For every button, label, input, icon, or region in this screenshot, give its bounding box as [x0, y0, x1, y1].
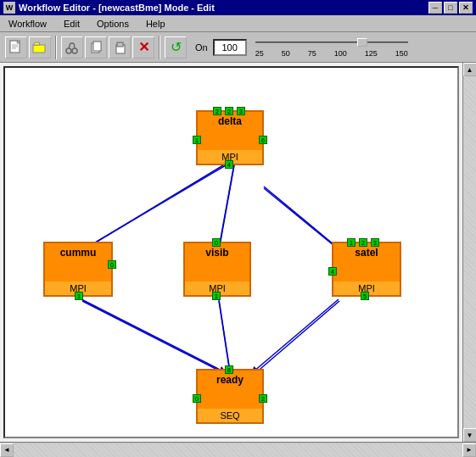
refresh-button[interactable]: ↺ [165, 36, 187, 59]
zoom-slider-container: 25 50 75 100 125 150 [255, 37, 408, 58]
tick-75: 75 [308, 49, 316, 58]
node-cummu-label: cummu [59, 243, 98, 260]
port-delta-top-2[interactable]: 2 [225, 107, 233, 115]
port-ready-right[interactable]: 2 [259, 394, 267, 403]
port-satel-top-3[interactable]: 3 [371, 238, 379, 247]
port-cummu-bottom[interactable]: 1 [75, 292, 83, 300]
port-delta-bottom[interactable]: 4 [225, 160, 233, 169]
port-visib-top[interactable]: 0 [212, 238, 221, 247]
toolbar-separator-1 [55, 36, 57, 59]
node-visib[interactable]: 0 1 visib MPI [183, 242, 251, 297]
svg-line-15 [82, 165, 226, 250]
port-delta-top-3[interactable]: 3 [237, 107, 245, 115]
slider-line [255, 42, 408, 43]
port-ready-top[interactable]: 8 [225, 365, 233, 374]
svg-line-22 [219, 164, 234, 248]
tick-125: 125 [365, 49, 378, 58]
svg-line-8 [69, 43, 70, 48]
svg-line-21 [86, 164, 226, 248]
toolbar-separator-2 [159, 36, 160, 59]
on-input[interactable] [213, 39, 247, 56]
svg-line-19 [219, 301, 230, 373]
main-area: 2 2 3 1 6 4 delta MPI 0 1 cummu MPI 0 1 [0, 63, 476, 442]
svg-point-7 [72, 48, 77, 53]
port-satel-top-1[interactable]: 1 [347, 238, 356, 247]
svg-line-20 [255, 301, 339, 373]
svg-line-26 [254, 299, 339, 371]
scroll-track-right[interactable] [463, 76, 477, 428]
scroll-track-bottom[interactable] [14, 443, 462, 457]
zoom-slider-track[interactable] [255, 37, 408, 47]
bottom-scrollbar: ◄ ► [0, 442, 476, 457]
port-delta-right[interactable]: 6 [259, 136, 267, 144]
svg-line-17 [264, 188, 339, 250]
node-satel[interactable]: 1 2 3 4 5 satel MPI [332, 242, 401, 297]
slider-thumb[interactable] [357, 38, 367, 47]
close-button[interactable]: ✕ [459, 2, 473, 14]
copy-button[interactable] [85, 36, 107, 59]
svg-line-23 [264, 187, 339, 248]
port-delta-top-1[interactable]: 2 [213, 107, 221, 115]
node-ready-type: SEQ [198, 409, 262, 422]
maximize-button[interactable]: □ [444, 2, 457, 14]
port-ready-left[interactable]: 0 [193, 394, 201, 403]
port-delta-left[interactable]: 1 [193, 136, 201, 144]
scroll-down-button[interactable]: ▼ [463, 428, 477, 442]
canvas-area[interactable]: 2 2 3 1 6 4 delta MPI 0 1 cummu MPI 0 1 [3, 66, 459, 438]
svg-rect-12 [93, 42, 101, 51]
app-icon: W [3, 2, 15, 14]
svg-point-6 [66, 48, 71, 53]
node-ready[interactable]: 8 0 2 ready SEQ [196, 369, 264, 424]
svg-line-25 [219, 299, 230, 371]
port-satel-top-2[interactable]: 2 [359, 238, 367, 247]
svg-line-18 [82, 301, 224, 373]
node-cummu[interactable]: 0 1 cummu MPI [43, 242, 113, 297]
svg-rect-5 [33, 45, 45, 53]
tick-25: 25 [255, 49, 264, 58]
svg-line-16 [219, 165, 234, 250]
delete-button[interactable]: ✕ [132, 36, 154, 59]
open-button[interactable] [29, 36, 51, 59]
port-satel-bottom[interactable]: 5 [361, 292, 369, 300]
right-scrollbar: ▲ ▼ [462, 63, 476, 442]
tick-100: 100 [334, 49, 347, 58]
menu-options[interactable]: Options [92, 17, 134, 31]
scroll-left-button[interactable]: ◄ [0, 443, 14, 457]
node-delta[interactable]: 2 2 3 1 6 4 delta MPI [196, 110, 264, 165]
window-title: Workflow Editor - [newcastBme] Mode - Ed… [19, 3, 215, 13]
menu-edit[interactable]: Edit [59, 17, 85, 31]
new-button[interactable] [5, 36, 27, 59]
svg-line-9 [74, 43, 75, 48]
title-bar: W Workflow Editor - [newcastBme] Mode - … [0, 0, 476, 15]
minimize-button[interactable]: ─ [428, 2, 442, 14]
slider-ticks: 25 50 75 100 125 150 [255, 49, 408, 58]
menu-workflow[interactable]: Workflow [3, 17, 52, 31]
tick-50: 50 [282, 49, 290, 58]
scroll-right-button[interactable]: ► [462, 443, 476, 457]
scroll-up-button[interactable]: ▲ [463, 63, 477, 76]
menu-help[interactable]: Help [141, 17, 171, 31]
paste-button[interactable] [109, 36, 131, 59]
port-cummu-right[interactable]: 0 [108, 260, 116, 269]
port-satel-left[interactable]: 4 [328, 267, 337, 276]
svg-line-24 [81, 299, 223, 371]
svg-rect-14 [117, 42, 123, 47]
on-label: On [195, 42, 208, 53]
menu-bar: Workflow Edit Options Help [0, 15, 476, 32]
tick-150: 150 [395, 49, 408, 58]
toolbar: ✕ ↺ On 25 50 75 100 125 150 [0, 32, 476, 63]
cut-button[interactable] [61, 36, 83, 59]
port-visib-bottom[interactable]: 1 [212, 292, 221, 300]
